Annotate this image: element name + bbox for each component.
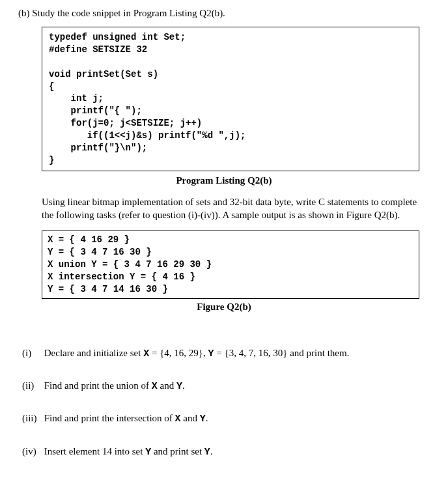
subquestion-iv: (iv) Insert element 14 into set Y and pr…: [22, 445, 419, 459]
var-x: X: [175, 414, 181, 425]
figure-caption: Figure Q2(b): [16, 302, 432, 313]
var-y: Y: [208, 348, 214, 359]
code-line: typedef unsigned int Set;: [49, 32, 186, 42]
subquestion-iii: (iii) Find and print the intersection of…: [22, 412, 419, 426]
subquestion-i: (i) Declare and initialize set X = {4, 1…: [22, 346, 419, 361]
var-y: Y: [200, 414, 206, 425]
var-y: Y: [176, 381, 182, 392]
program-listing-caption: Program Listing Q2(b): [16, 175, 432, 186]
code-line: for(j=0; j<SETSIZE; j++): [49, 118, 202, 128]
subq-text: and: [181, 413, 200, 423]
output-line: X = { 4 16 29 }: [48, 234, 130, 245]
subq-text: .: [206, 413, 208, 423]
subq-text: Find and print the union of: [44, 380, 152, 391]
var-x: X: [143, 348, 149, 359]
subq-text: .: [182, 380, 185, 391]
var-y: Y: [145, 447, 151, 458]
subq-number: (i): [22, 346, 42, 359]
subq-text: and: [158, 380, 176, 391]
subq-text: and print set: [151, 446, 204, 456]
subquestion-ii: (ii) Find and print the union of X and Y…: [22, 379, 419, 393]
instruction-paragraph: Using linear bitmap implementation of se…: [42, 195, 419, 222]
output-line: Y = { 3 4 7 16 30 }: [48, 247, 152, 257]
subq-text: = {3, 4, 7, 16, 30} and print them.: [214, 348, 350, 358]
subq-text: .: [210, 446, 213, 456]
output-line: X union Y = { 3 4 7 16 29 30 }: [48, 259, 212, 270]
var-y: Y: [204, 447, 210, 458]
code-line: {: [49, 81, 54, 92]
output-line: X intersection Y = { 4 16 }: [48, 272, 195, 282]
subq-number: (iii): [22, 412, 42, 425]
output-line: Y = { 3 4 7 14 16 30 }: [48, 284, 168, 294]
code-line: printf("{ ");: [49, 105, 142, 116]
subq-number: (iv): [22, 445, 42, 458]
subq-text: Find and print the intersection of: [44, 413, 175, 423]
subq-text: = {4, 16, 29},: [149, 348, 208, 358]
subq-text: Insert element 14 into set: [44, 446, 145, 456]
code-line: if((1<<j)&s) printf("%d ",j);: [49, 130, 245, 141]
code-line: void printSet(Set s): [49, 69, 158, 79]
code-line: }: [49, 155, 54, 165]
code-line: #define SETSIZE 32: [49, 44, 147, 55]
sample-output-box: X = { 4 16 29 } Y = { 3 4 7 16 30 } X un…: [42, 231, 419, 298]
code-line: int j;: [49, 93, 104, 104]
question-header: (b) Study the code snippet in Program Li…: [18, 8, 432, 19]
subq-text: Declare and initialize set: [44, 348, 143, 358]
program-listing-code: typedef unsigned int Set; #define SETSIZ…: [42, 27, 419, 171]
subq-number: (ii): [22, 379, 42, 392]
code-line: printf("}\n");: [49, 143, 147, 153]
var-x: X: [152, 381, 158, 392]
